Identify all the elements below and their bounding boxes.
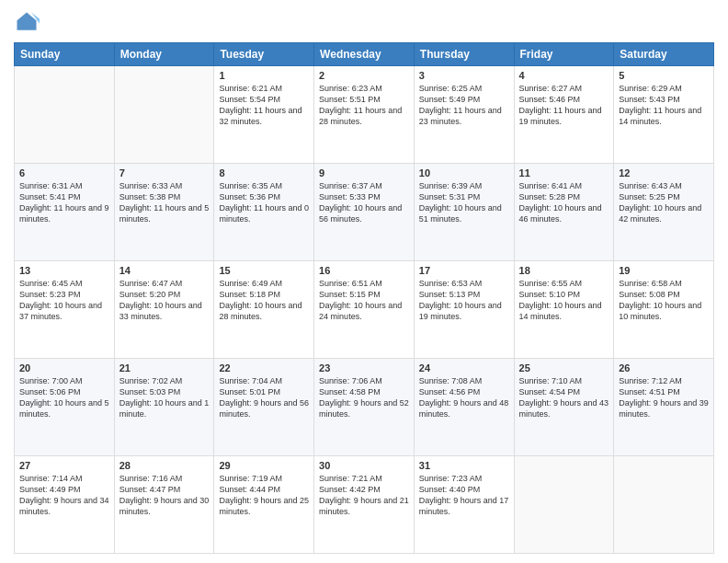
calendar-cell: 27Sunrise: 7:14 AMSunset: 4:49 PMDayligh…	[15, 456, 115, 554]
day-number: 6	[19, 167, 109, 178]
calendar-cell: 29Sunrise: 7:19 AMSunset: 4:44 PMDayligh…	[214, 456, 314, 554]
day-detail: Sunrise: 6:51 AMSunset: 5:15 PMDaylight:…	[319, 278, 409, 323]
calendar-cell	[614, 456, 714, 554]
calendar-cell: 2Sunrise: 6:23 AMSunset: 5:51 PMDaylight…	[314, 66, 415, 164]
calendar-cell: 9Sunrise: 6:37 AMSunset: 5:33 PMDaylight…	[314, 164, 415, 261]
day-number: 12	[619, 167, 709, 178]
day-number: 22	[219, 362, 309, 373]
calendar-week-row: 13Sunrise: 6:45 AMSunset: 5:23 PMDayligh…	[15, 261, 714, 359]
day-detail: Sunrise: 6:45 AMSunset: 5:23 PMDaylight:…	[19, 278, 109, 323]
calendar-week-row: 1Sunrise: 6:21 AMSunset: 5:54 PMDaylight…	[15, 66, 714, 164]
day-detail: Sunrise: 7:21 AMSunset: 4:42 PMDaylight:…	[319, 473, 409, 518]
day-number: 31	[419, 460, 509, 471]
day-number: 4	[519, 70, 609, 81]
page: SundayMondayTuesdayWednesdayThursdayFrid…	[0, 0, 728, 563]
logo	[14, 9, 43, 35]
day-number: 2	[319, 70, 409, 81]
weekday-header: Saturday	[614, 43, 714, 66]
day-number: 30	[319, 460, 409, 471]
day-number: 15	[219, 265, 309, 276]
day-number: 16	[319, 265, 409, 276]
day-detail: Sunrise: 7:04 AMSunset: 5:01 PMDaylight:…	[219, 375, 309, 420]
day-number: 21	[119, 362, 210, 373]
calendar-cell: 26Sunrise: 7:12 AMSunset: 4:51 PMDayligh…	[614, 359, 714, 456]
calendar-cell: 25Sunrise: 7:10 AMSunset: 4:54 PMDayligh…	[514, 359, 614, 456]
calendar-table: SundayMondayTuesdayWednesdayThursdayFrid…	[14, 42, 714, 554]
day-detail: Sunrise: 7:23 AMSunset: 4:40 PMDaylight:…	[419, 473, 509, 518]
calendar-cell: 15Sunrise: 6:49 AMSunset: 5:18 PMDayligh…	[214, 261, 314, 359]
logo-icon	[14, 9, 40, 35]
day-number: 23	[319, 362, 409, 373]
calendar-cell	[114, 66, 214, 164]
weekday-header: Thursday	[414, 43, 514, 66]
day-number: 25	[519, 362, 609, 373]
day-number: 24	[419, 362, 509, 373]
calendar-cell: 10Sunrise: 6:39 AMSunset: 5:31 PMDayligh…	[414, 164, 514, 261]
day-number: 7	[119, 167, 210, 178]
weekday-header: Wednesday	[314, 43, 415, 66]
day-number: 13	[19, 265, 109, 276]
day-detail: Sunrise: 7:14 AMSunset: 4:49 PMDaylight:…	[19, 473, 109, 518]
day-detail: Sunrise: 6:53 AMSunset: 5:13 PMDaylight:…	[419, 278, 509, 323]
day-detail: Sunrise: 6:29 AMSunset: 5:43 PMDaylight:…	[619, 83, 709, 128]
day-detail: Sunrise: 6:49 AMSunset: 5:18 PMDaylight:…	[219, 278, 309, 323]
day-detail: Sunrise: 6:39 AMSunset: 5:31 PMDaylight:…	[419, 180, 509, 225]
day-detail: Sunrise: 7:00 AMSunset: 5:06 PMDaylight:…	[19, 375, 109, 420]
day-number: 1	[219, 70, 309, 81]
weekday-header: Tuesday	[214, 43, 314, 66]
day-detail: Sunrise: 6:47 AMSunset: 5:20 PMDaylight:…	[119, 278, 210, 323]
day-detail: Sunrise: 6:27 AMSunset: 5:46 PMDaylight:…	[519, 83, 609, 128]
calendar-cell: 12Sunrise: 6:43 AMSunset: 5:25 PMDayligh…	[614, 164, 714, 261]
day-detail: Sunrise: 7:06 AMSunset: 4:58 PMDaylight:…	[319, 375, 409, 420]
day-detail: Sunrise: 6:41 AMSunset: 5:28 PMDaylight:…	[519, 180, 609, 225]
calendar-cell: 13Sunrise: 6:45 AMSunset: 5:23 PMDayligh…	[15, 261, 115, 359]
day-detail: Sunrise: 6:25 AMSunset: 5:49 PMDaylight:…	[419, 83, 509, 128]
header	[14, 9, 714, 35]
calendar-cell: 4Sunrise: 6:27 AMSunset: 5:46 PMDaylight…	[514, 66, 614, 164]
day-detail: Sunrise: 7:02 AMSunset: 5:03 PMDaylight:…	[119, 375, 210, 420]
day-number: 19	[619, 265, 709, 276]
day-detail: Sunrise: 6:21 AMSunset: 5:54 PMDaylight:…	[219, 83, 309, 128]
weekday-header: Monday	[114, 43, 214, 66]
calendar-cell: 22Sunrise: 7:04 AMSunset: 5:01 PMDayligh…	[214, 359, 314, 456]
calendar-cell: 7Sunrise: 6:33 AMSunset: 5:38 PMDaylight…	[114, 164, 214, 261]
calendar-cell: 30Sunrise: 7:21 AMSunset: 4:42 PMDayligh…	[314, 456, 415, 554]
day-number: 20	[19, 362, 109, 373]
calendar-week-row: 20Sunrise: 7:00 AMSunset: 5:06 PMDayligh…	[15, 359, 714, 456]
calendar-cell: 20Sunrise: 7:00 AMSunset: 5:06 PMDayligh…	[15, 359, 115, 456]
calendar-week-row: 6Sunrise: 6:31 AMSunset: 5:41 PMDaylight…	[15, 164, 714, 261]
calendar-cell: 31Sunrise: 7:23 AMSunset: 4:40 PMDayligh…	[414, 456, 514, 554]
calendar-cell	[15, 66, 115, 164]
calendar-cell: 6Sunrise: 6:31 AMSunset: 5:41 PMDaylight…	[15, 164, 115, 261]
day-detail: Sunrise: 7:12 AMSunset: 4:51 PMDaylight:…	[619, 375, 709, 420]
day-detail: Sunrise: 6:33 AMSunset: 5:38 PMDaylight:…	[119, 180, 210, 225]
day-number: 28	[119, 460, 210, 471]
day-number: 27	[19, 460, 109, 471]
day-number: 8	[219, 167, 309, 178]
day-detail: Sunrise: 7:10 AMSunset: 4:54 PMDaylight:…	[519, 375, 609, 420]
day-number: 9	[319, 167, 409, 178]
calendar-cell: 5Sunrise: 6:29 AMSunset: 5:43 PMDaylight…	[614, 66, 714, 164]
calendar-cell: 1Sunrise: 6:21 AMSunset: 5:54 PMDaylight…	[214, 66, 314, 164]
day-detail: Sunrise: 6:35 AMSunset: 5:36 PMDaylight:…	[219, 180, 309, 225]
calendar-cell: 8Sunrise: 6:35 AMSunset: 5:36 PMDaylight…	[214, 164, 314, 261]
calendar-cell: 16Sunrise: 6:51 AMSunset: 5:15 PMDayligh…	[314, 261, 415, 359]
calendar-cell: 28Sunrise: 7:16 AMSunset: 4:47 PMDayligh…	[114, 456, 214, 554]
day-number: 14	[119, 265, 210, 276]
calendar-cell: 14Sunrise: 6:47 AMSunset: 5:20 PMDayligh…	[114, 261, 214, 359]
calendar-cell: 21Sunrise: 7:02 AMSunset: 5:03 PMDayligh…	[114, 359, 214, 456]
calendar-cell: 18Sunrise: 6:55 AMSunset: 5:10 PMDayligh…	[514, 261, 614, 359]
day-number: 18	[519, 265, 609, 276]
day-detail: Sunrise: 7:08 AMSunset: 4:56 PMDaylight:…	[419, 375, 509, 420]
calendar-cell: 11Sunrise: 6:41 AMSunset: 5:28 PMDayligh…	[514, 164, 614, 261]
day-detail: Sunrise: 6:55 AMSunset: 5:10 PMDaylight:…	[519, 278, 609, 323]
day-detail: Sunrise: 6:37 AMSunset: 5:33 PMDaylight:…	[319, 180, 409, 225]
calendar-cell: 23Sunrise: 7:06 AMSunset: 4:58 PMDayligh…	[314, 359, 415, 456]
day-number: 5	[619, 70, 709, 81]
day-number: 17	[419, 265, 509, 276]
day-detail: Sunrise: 6:31 AMSunset: 5:41 PMDaylight:…	[19, 180, 109, 225]
calendar-cell: 24Sunrise: 7:08 AMSunset: 4:56 PMDayligh…	[414, 359, 514, 456]
day-number: 11	[519, 167, 609, 178]
calendar-cell: 3Sunrise: 6:25 AMSunset: 5:49 PMDaylight…	[414, 66, 514, 164]
weekday-header: Sunday	[15, 43, 115, 66]
